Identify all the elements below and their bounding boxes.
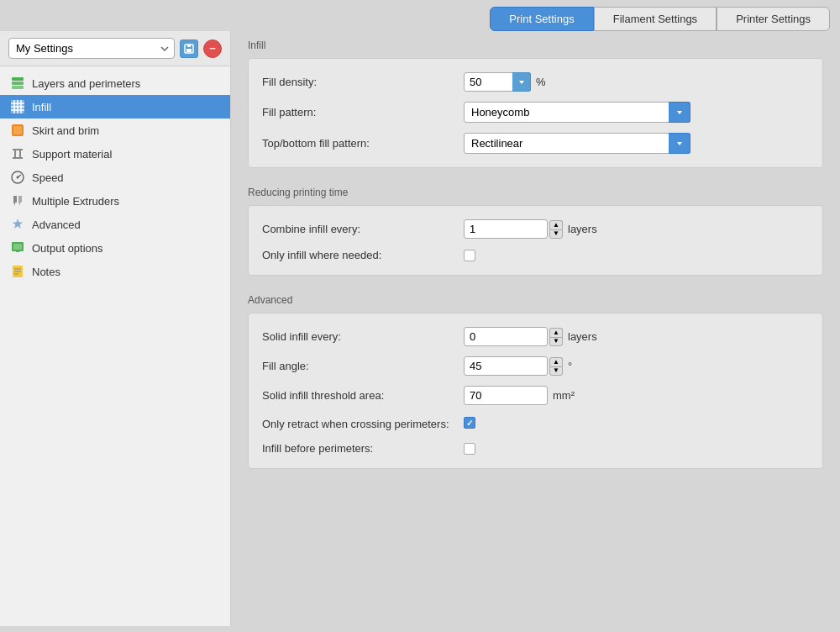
sidebar-item-extruders[interactable]: Multiple Extruders <box>0 189 230 213</box>
sidebar-item-infill[interactable]: Infill <box>0 95 230 118</box>
infill-section: Infill Fill density: <box>231 31 840 173</box>
svg-rect-25 <box>16 250 19 252</box>
fill-density-dropdown-arrow[interactable] <box>512 72 531 92</box>
solid-infill-every-down-arrow[interactable]: ▼ <box>549 337 563 346</box>
tab-filament-settings[interactable]: Filament Settings <box>594 7 717 31</box>
reducing-section-title: Reducing printing time <box>248 187 823 198</box>
svg-rect-5 <box>12 86 24 89</box>
svg-rect-3 <box>12 77 24 81</box>
infill-section-body: Fill density: % <box>248 58 823 168</box>
solid-infill-every-label: Solid infill every: <box>262 330 455 343</box>
top-bottom-pattern-dropdown: Rectilinear Concentric <box>464 133 690 154</box>
infill-before-checkbox[interactable] <box>464 443 475 455</box>
svg-rect-2 <box>187 45 191 47</box>
infill-before-control <box>464 443 475 455</box>
fill-pattern-select[interactable]: Honeycomb Rectilinear Line Concentric 3D… <box>464 102 690 123</box>
settings-dropdown[interactable]: My Settings <box>8 38 175 59</box>
speed-icon <box>10 170 25 185</box>
infill-before-row: Infill before perimeters: <box>262 437 809 460</box>
reducing-section: Reducing printing time Combine infill ev… <box>231 178 840 281</box>
svg-rect-17 <box>19 150 21 157</box>
solid-infill-every-unit: layers <box>568 330 597 343</box>
svg-rect-23 <box>13 244 22 250</box>
only-retract-control <box>464 415 475 429</box>
combine-infill-spinner: ▲ ▼ <box>464 219 563 239</box>
only-retract-row: Only retract when crossing perimeters: <box>262 410 809 437</box>
top-bottom-fill-pattern-label: Top/bottom fill pattern: <box>262 137 455 150</box>
skirt-icon <box>10 123 25 138</box>
combine-infill-down-arrow[interactable]: ▼ <box>549 229 563 239</box>
solid-infill-every-row: Solid infill every: ▲ ▼ layers <box>262 322 809 351</box>
advanced-icon <box>10 217 25 232</box>
combine-infill-input[interactable] <box>464 219 548 239</box>
fill-angle-down-arrow[interactable]: ▼ <box>549 366 563 376</box>
only-retract-label: Only retract when crossing perimeters: <box>262 415 455 432</box>
fill-density-control: % <box>464 72 546 92</box>
only-infill-needed-checkbox[interactable] <box>464 250 475 261</box>
sidebar-item-extruders-label: Multiple Extruders <box>32 195 119 208</box>
top-bottom-fill-pattern-row: Top/bottom fill pattern: Rectilinear Con… <box>262 128 809 159</box>
top-bottom-pattern-select[interactable]: Rectilinear Concentric <box>464 133 690 154</box>
svg-rect-15 <box>13 157 23 159</box>
svg-rect-18 <box>13 149 23 150</box>
nav-list: Layers and perimeters Infill <box>0 66 230 288</box>
tab-printer-settings[interactable]: Printer Settings <box>717 7 830 31</box>
extruders-icon <box>10 193 25 208</box>
advanced-settings-body: Solid infill every: ▲ ▼ layers <box>248 313 823 469</box>
advanced-settings-section: Advanced Solid infill every: ▲ ▼ layer <box>231 286 840 474</box>
fill-angle-arrows: ▲ ▼ <box>549 357 563 376</box>
only-retract-checkbox[interactable] <box>464 417 475 429</box>
solid-infill-every-up-arrow[interactable]: ▲ <box>549 328 563 337</box>
combine-infill-label: Combine infill every: <box>262 223 455 235</box>
combine-infill-up-arrow[interactable]: ▲ <box>549 220 563 229</box>
top-bottom-fill-pattern-control: Rectilinear Concentric <box>464 133 690 154</box>
only-infill-needed-label: Only infill where needed: <box>262 249 455 261</box>
output-icon <box>10 240 25 255</box>
save-button[interactable] <box>180 40 198 58</box>
infill-icon <box>10 99 25 114</box>
solid-infill-every-control: ▲ ▼ layers <box>464 327 597 346</box>
fill-pattern-dropdown: Honeycomb Rectilinear Line Concentric 3D… <box>464 102 690 123</box>
tab-print-settings[interactable]: Print Settings <box>490 7 593 31</box>
solid-infill-threshold-input[interactable] <box>464 386 548 405</box>
svg-rect-1 <box>186 49 192 52</box>
fill-density-row: Fill density: % <box>262 67 809 97</box>
fill-angle-label: Fill angle: <box>262 360 455 372</box>
solid-infill-every-arrows: ▲ ▼ <box>549 328 563 346</box>
sidebar-item-layers[interactable]: Layers and perimeters <box>0 71 230 95</box>
fill-angle-up-arrow[interactable]: ▲ <box>549 357 563 366</box>
sidebar-item-speed[interactable]: Speed <box>0 166 230 189</box>
advanced-settings-title: Advanced <box>248 294 823 306</box>
sidebar-item-notes-label: Notes <box>32 266 60 278</box>
solid-infill-every-spinner: ▲ ▼ <box>464 327 563 346</box>
fill-density-select-wrap <box>464 72 531 92</box>
sidebar-item-notes[interactable]: Notes <box>0 260 230 283</box>
tab-bar: Print Settings Filament Settings Printer… <box>0 0 840 31</box>
sidebar-item-speed-label: Speed <box>32 171 64 184</box>
combine-infill-control: ▲ ▼ layers <box>464 219 597 239</box>
combine-infill-arrows: ▲ ▼ <box>549 220 563 239</box>
only-infill-needed-control <box>464 250 475 261</box>
fill-angle-input[interactable] <box>464 356 548 376</box>
only-infill-needed-row: Only infill where needed: <box>262 244 809 266</box>
combine-infill-row: Combine infill every: ▲ ▼ layers <box>262 214 809 244</box>
sidebar-item-skirt[interactable]: Skirt and brim <box>0 118 230 142</box>
settings-selector: My Settings − <box>0 31 230 66</box>
fill-pattern-control: Honeycomb Rectilinear Line Concentric 3D… <box>464 102 690 123</box>
combine-infill-unit: layers <box>568 223 597 235</box>
solid-infill-threshold-unit: mm² <box>553 389 575 402</box>
main-layout: My Settings − <box>0 31 840 626</box>
remove-button[interactable]: − <box>203 40 222 58</box>
solid-infill-threshold-label: Solid infill threshold area: <box>262 389 455 402</box>
support-icon <box>10 146 25 161</box>
svg-marker-30 <box>519 81 524 84</box>
sidebar-item-advanced[interactable]: Advanced <box>0 213 230 236</box>
solid-infill-every-input[interactable] <box>464 327 548 346</box>
infill-before-label: Infill before perimeters: <box>262 442 455 455</box>
sidebar-item-support[interactable]: Support material <box>0 142 230 166</box>
notes-icon <box>10 264 25 279</box>
sidebar-item-output[interactable]: Output options <box>0 236 230 260</box>
fill-angle-row: Fill angle: ▲ ▼ ° <box>262 351 809 381</box>
fill-density-unit: % <box>536 76 546 88</box>
reducing-section-body: Combine infill every: ▲ ▼ layers <box>248 205 823 276</box>
